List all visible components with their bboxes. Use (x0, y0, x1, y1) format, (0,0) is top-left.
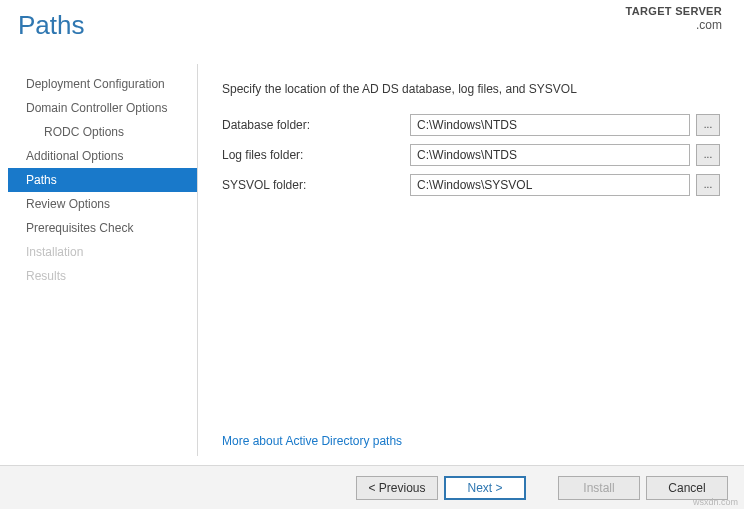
sysvol-folder-browse-button[interactable]: ... (696, 174, 720, 196)
log-files-folder-input[interactable] (410, 144, 690, 166)
wizard-sidebar: Deployment Configuration Domain Controll… (8, 64, 198, 456)
sysvol-folder-input[interactable] (410, 174, 690, 196)
more-about-link[interactable]: More about Active Directory paths (222, 434, 402, 448)
sidebar-item-additional-options[interactable]: Additional Options (8, 144, 197, 168)
sidebar-item-results: Results (8, 264, 197, 288)
database-folder-browse-button[interactable]: ... (696, 114, 720, 136)
sidebar-item-deployment-configuration[interactable]: Deployment Configuration (8, 72, 197, 96)
sidebar-item-installation: Installation (8, 240, 197, 264)
wizard-footer: < Previous Next > Install Cancel (0, 465, 744, 509)
sidebar-item-prerequisites-check[interactable]: Prerequisites Check (8, 216, 197, 240)
database-folder-input[interactable] (410, 114, 690, 136)
database-folder-label: Database folder: (222, 118, 410, 132)
sidebar-item-rodc-options[interactable]: RODC Options (8, 120, 197, 144)
sidebar-item-paths[interactable]: Paths (8, 168, 197, 192)
target-server-block: TARGET SERVER .com (626, 4, 722, 34)
cancel-button[interactable]: Cancel (646, 476, 728, 500)
main-panel: Specify the location of the AD DS databa… (198, 64, 726, 456)
log-files-folder-browse-button[interactable]: ... (696, 144, 720, 166)
sidebar-item-domain-controller-options[interactable]: Domain Controller Options (8, 96, 197, 120)
log-files-folder-row: Log files folder: ... (222, 144, 720, 166)
sysvol-folder-label: SYSVOL folder: (222, 178, 410, 192)
sysvol-folder-row: SYSVOL folder: ... (222, 174, 720, 196)
install-button: Install (558, 476, 640, 500)
next-button[interactable]: Next > (444, 476, 526, 500)
target-server-value: .com (626, 18, 722, 34)
instruction-text: Specify the location of the AD DS databa… (222, 82, 720, 96)
page-title: Paths (18, 10, 726, 41)
target-server-label: TARGET SERVER (626, 4, 722, 18)
sidebar-item-review-options[interactable]: Review Options (8, 192, 197, 216)
database-folder-row: Database folder: ... (222, 114, 720, 136)
log-files-folder-label: Log files folder: (222, 148, 410, 162)
previous-button[interactable]: < Previous (356, 476, 438, 500)
content-area: Deployment Configuration Domain Controll… (0, 56, 744, 456)
wizard-header: Paths TARGET SERVER .com (0, 0, 744, 56)
